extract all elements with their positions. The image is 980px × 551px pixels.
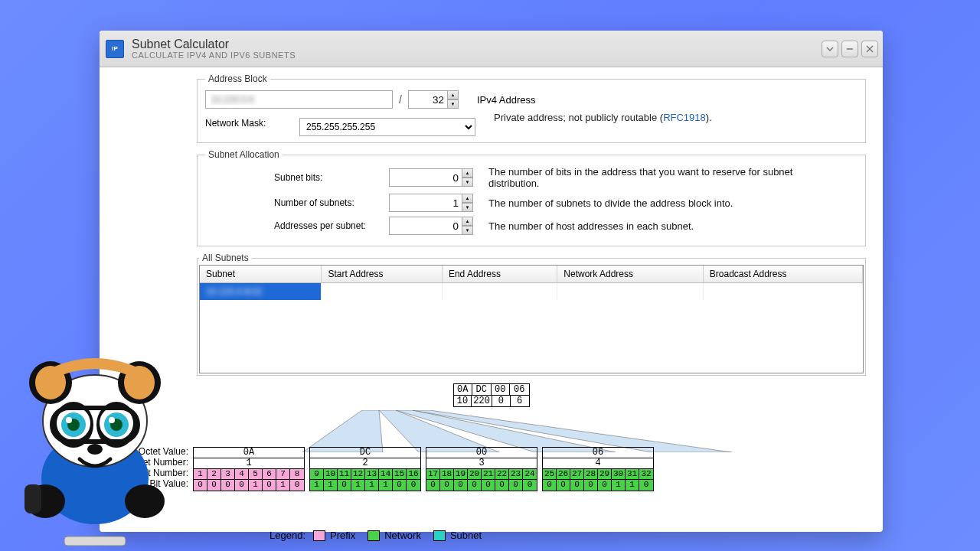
svg-point-19	[67, 419, 80, 431]
svg-point-11	[35, 366, 66, 399]
octet-3: 003171819202122232400000000	[426, 447, 537, 491]
svg-rect-27	[24, 484, 41, 514]
alloc-label-2: Addresses per subnet:	[274, 220, 389, 231]
alloc-label-0: Subnet bits:	[274, 172, 389, 183]
subnets-table-host: SubnetStart AddressEnd AddressNetwork Ad…	[199, 265, 864, 373]
diagram-row-labels: Octet Value: Octet Number: Bit Number: B…	[109, 446, 193, 489]
cidr-slash: /	[399, 93, 402, 106]
legend-swatch-subnet	[433, 530, 446, 541]
svg-point-15	[57, 406, 90, 440]
octet-4: 064252627282930313200000110	[542, 447, 654, 491]
all-subnets-legend: All Subnets	[199, 253, 252, 263]
alloc-input-1[interactable]	[389, 194, 462, 212]
hex-dec-summary: 0ADC0006 1022006	[453, 383, 530, 407]
alloc-up-2[interactable]: ▲	[462, 217, 473, 226]
titlebar: IP Subnet Calculator CALCULATE IPV4 AND …	[100, 31, 883, 67]
close-button[interactable]	[861, 41, 878, 57]
alloc-input-0[interactable]	[389, 168, 462, 187]
svg-point-9	[29, 361, 72, 404]
help-button[interactable]	[822, 41, 838, 57]
alloc-down-0[interactable]: ▼	[462, 178, 473, 187]
rfc-link[interactable]: RFC1918	[663, 112, 706, 123]
ip-input[interactable]	[205, 90, 393, 109]
legend: Legend: PrefixNetworkSubnet	[270, 530, 874, 541]
alloc-down-2[interactable]: ▼	[462, 226, 473, 235]
all-subnets-group: All Subnets SubnetStart AddressEnd Addre…	[197, 253, 866, 376]
col-end-address[interactable]: End Address	[442, 266, 557, 283]
col-start-address[interactable]: Start Address	[322, 266, 442, 283]
netmask-label: Network Mask:	[205, 118, 293, 129]
svg-marker-3	[302, 410, 383, 452]
octet-1: 0A11234567800001010	[193, 447, 305, 491]
octet-2: DC291011121314151611011100	[309, 447, 421, 491]
alloc-desc-2: The number of host addresses in each sub…	[488, 220, 694, 232]
col-network-address[interactable]: Network Address	[557, 266, 703, 283]
address-block-legend: Address Block	[205, 73, 270, 84]
legend-text-prefix: Prefix	[330, 530, 355, 541]
legend-swatch-network	[368, 530, 380, 541]
svg-point-25	[25, 484, 65, 518]
alloc-input-2[interactable]	[389, 217, 462, 235]
alloc-label-1: Number of subnets:	[274, 197, 389, 208]
col-broadcast-address[interactable]: Broadcast Address	[703, 266, 862, 283]
bit-diagram: Octet Value: Octet Number: Bit Number: B…	[109, 410, 874, 525]
legend-label: Legend:	[270, 530, 305, 541]
address-description: Private address; not publicly routable (…	[494, 112, 712, 123]
legend-text-network: Network	[384, 530, 421, 541]
window-title: Subnet Calculator	[132, 37, 822, 51]
cidr-up[interactable]: ▲	[448, 90, 459, 99]
alloc-up-0[interactable]: ▲	[462, 168, 473, 178]
svg-point-17	[61, 412, 86, 437]
address-block-group: Address Block / ▲ ▼ IPv4 Address Network…	[197, 73, 866, 143]
svg-point-21	[66, 417, 72, 423]
app-window: IP Subnet Calculator CALCULATE IPV4 AND …	[100, 31, 883, 532]
content: Address Block / ▲ ▼ IPv4 Address Network…	[100, 67, 883, 532]
legend-swatch-prefix	[313, 530, 325, 541]
cidr-input[interactable]	[408, 90, 448, 109]
svg-point-13	[54, 402, 93, 448]
window-subtitle: CALCULATE IPV4 AND IPV6 SUBNETS	[132, 51, 822, 60]
col-subnet[interactable]: Subnet	[200, 266, 322, 283]
app-icon: IP	[106, 40, 124, 58]
minimize-button[interactable]	[841, 41, 858, 57]
subnet-allocation-legend: Subnet Allocation	[205, 149, 283, 160]
subnets-table: SubnetStart AddressEnd AddressNetwork Ad…	[200, 266, 863, 300]
table-row[interactable]: 10.220.0.6/3210.220.0.710.220.0.610.220.…	[200, 283, 863, 301]
alloc-down-1[interactable]: ▼	[462, 203, 473, 212]
svg-rect-28	[64, 536, 126, 546]
netmask-select[interactable]: 255.255.255.255	[299, 118, 475, 136]
legend-text-subnet: Subnet	[450, 530, 482, 541]
alloc-desc-0: The number of bits in the address that y…	[488, 166, 818, 189]
cidr-down[interactable]: ▼	[448, 99, 459, 109]
alloc-up-1[interactable]: ▲	[462, 194, 473, 203]
subnet-allocation-group: Subnet Allocation Subnet bits:▲▼The numb…	[197, 149, 866, 246]
alloc-desc-1: The number of subnets to divide the addr…	[488, 197, 733, 209]
